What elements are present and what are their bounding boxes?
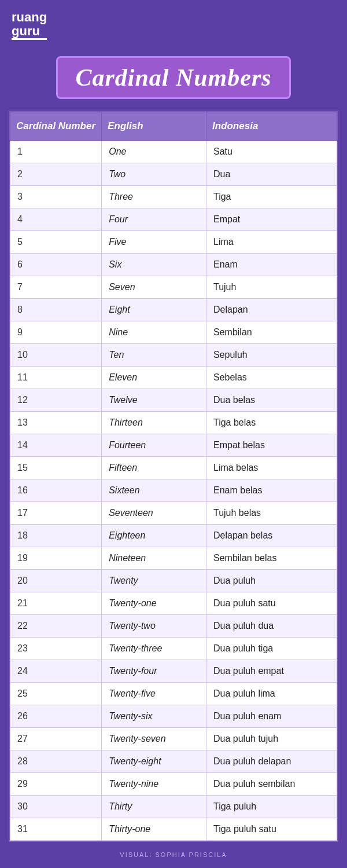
cell-english: Six	[102, 254, 206, 276]
cell-english: Sixteen	[102, 479, 206, 502]
table-row: 2TwoDua	[10, 163, 337, 186]
cell-number: 9	[10, 321, 102, 344]
cell-english: Twenty-eight	[102, 750, 206, 773]
cell-number: 14	[10, 434, 102, 457]
table-row: 15FifteenLima belas	[10, 457, 337, 479]
cell-number: 13	[10, 412, 102, 434]
table-row: 10TenSepuluh	[10, 344, 337, 367]
table-row: 9NineSembilan	[10, 321, 337, 344]
cell-english: Eleven	[102, 367, 206, 389]
cell-indonesia: Sepuluh	[206, 344, 337, 367]
cell-number: 8	[10, 299, 102, 321]
cell-english: Three	[102, 186, 206, 208]
cell-english: Twenty-four	[102, 660, 206, 683]
cell-number: 28	[10, 750, 102, 773]
cell-number: 7	[10, 276, 102, 299]
cell-english: Thirteen	[102, 412, 206, 434]
cell-number: 27	[10, 728, 102, 750]
cell-indonesia: Dua puluh	[206, 570, 337, 592]
cell-english: Twenty-one	[102, 592, 206, 615]
logo-line2: guru	[12, 24, 47, 40]
cell-number: 25	[10, 683, 102, 705]
cell-indonesia: Enam	[206, 254, 337, 276]
cell-indonesia: Dua puluh enam	[206, 705, 337, 728]
cell-english: Eighteen	[102, 525, 206, 547]
table-row: 18EighteenDelapan belas	[10, 525, 337, 547]
cell-english: Eight	[102, 299, 206, 321]
table-row: 1OneSatu	[10, 141, 337, 163]
table-row: 5FiveLima	[10, 231, 337, 254]
table-row: 19NineteenSembilan belas	[10, 547, 337, 570]
cell-number: 16	[10, 479, 102, 502]
table-row: 22Twenty-twoDua puluh dua	[10, 615, 337, 638]
cell-number: 10	[10, 344, 102, 367]
cell-indonesia: Tujuh belas	[206, 502, 337, 525]
cell-english: Five	[102, 231, 206, 254]
cell-indonesia: Empat	[206, 208, 337, 231]
title-banner: Cardinal Numbers	[56, 56, 290, 99]
table-row: 4FourEmpat	[10, 208, 337, 231]
cell-number: 22	[10, 615, 102, 638]
cell-english: Twenty	[102, 570, 206, 592]
cell-indonesia: Delapan	[206, 299, 337, 321]
cell-indonesia: Sebelas	[206, 367, 337, 389]
cell-indonesia: Dua puluh tiga	[206, 638, 337, 660]
table-row: 29Twenty-nineDua puluh sembilan	[10, 773, 337, 796]
cell-english: Fourteen	[102, 434, 206, 457]
table-row: 20TwentyDua puluh	[10, 570, 337, 592]
cell-number: 30	[10, 796, 102, 818]
cell-number: 23	[10, 638, 102, 660]
cell-indonesia: Tujuh	[206, 276, 337, 299]
table-row: 6SixEnam	[10, 254, 337, 276]
cell-number: 18	[10, 525, 102, 547]
cell-english: Twenty-three	[102, 638, 206, 660]
cell-english: Twelve	[102, 389, 206, 412]
cell-number: 3	[10, 186, 102, 208]
cell-number: 5	[10, 231, 102, 254]
table-row: 16SixteenEnam belas	[10, 479, 337, 502]
cell-indonesia: Dua puluh empat	[206, 660, 337, 683]
cell-indonesia: Dua puluh tujuh	[206, 728, 337, 750]
cell-indonesia: Dua puluh sembilan	[206, 773, 337, 796]
cell-number: 11	[10, 367, 102, 389]
cell-indonesia: Lima belas	[206, 457, 337, 479]
page-title: Cardinal Numbers	[75, 64, 271, 91]
cell-number: 29	[10, 773, 102, 796]
table-row: 28Twenty-eightDua puluh delapan	[10, 750, 337, 773]
cell-english: Fifteen	[102, 457, 206, 479]
logo-text: ruang guru	[12, 10, 47, 40]
table-row: 17SeventeenTujuh belas	[10, 502, 337, 525]
cell-english: Nine	[102, 321, 206, 344]
table-row: 7SevenTujuh	[10, 276, 337, 299]
cell-number: 20	[10, 570, 102, 592]
table-row: 13ThirteenTiga belas	[10, 412, 337, 434]
col-header-english: English	[102, 112, 206, 141]
table-row: 11ElevenSebelas	[10, 367, 337, 389]
col-header-number: Cardinal Number	[10, 112, 102, 141]
cell-indonesia: Sembilan belas	[206, 547, 337, 570]
cell-indonesia: Lima	[206, 231, 337, 254]
table-row: 23Twenty-threeDua puluh tiga	[10, 638, 337, 660]
table-row: 12TwelveDua belas	[10, 389, 337, 412]
cell-english: One	[102, 141, 206, 163]
cell-indonesia: Dua belas	[206, 389, 337, 412]
table-row: 21Twenty-oneDua puluh satu	[10, 592, 337, 615]
cell-indonesia: Empat belas	[206, 434, 337, 457]
cell-english: Nineteen	[102, 547, 206, 570]
cell-english: Twenty-six	[102, 705, 206, 728]
cell-number: 15	[10, 457, 102, 479]
table-row: 26Twenty-sixDua puluh enam	[10, 705, 337, 728]
cell-indonesia: Tiga belas	[206, 412, 337, 434]
table-row: 14FourteenEmpat belas	[10, 434, 337, 457]
cell-english: Twenty-seven	[102, 728, 206, 750]
cell-english: Twenty-two	[102, 615, 206, 638]
cell-number: 17	[10, 502, 102, 525]
cell-english: Thirty-one	[102, 818, 206, 841]
cell-indonesia: Dua puluh lima	[206, 683, 337, 705]
cell-indonesia: Sembilan	[206, 321, 337, 344]
cell-indonesia: Satu	[206, 141, 337, 163]
col-header-indonesia: Indonesia	[206, 112, 337, 141]
cell-number: 4	[10, 208, 102, 231]
cell-number: 31	[10, 818, 102, 841]
cell-indonesia: Dua puluh delapan	[206, 750, 337, 773]
